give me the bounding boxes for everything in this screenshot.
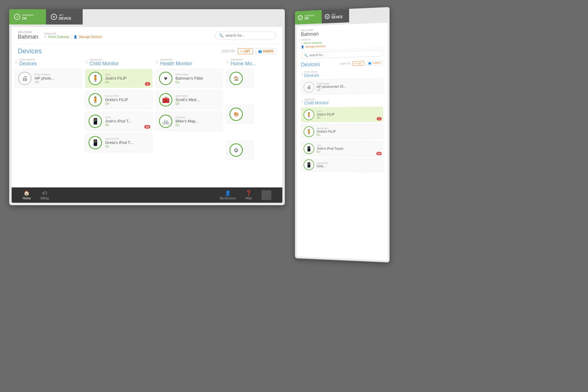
device-card-hp-printer[interactable]: 🖨 PURCHASED HP photo... Off › [15, 69, 82, 88]
columns-container: ⠿ PURCHASED Devices 🖨 PURCHASED HP photo… [12, 55, 282, 187]
device-card-joshs-filip[interactable]: 🧍 SON Josh's FiLIP On › 1 [85, 69, 153, 88]
phone-manage-devices-link[interactable]: Manage Devices [305, 45, 326, 48]
column-2-title: Child Monitor [90, 61, 119, 66]
list-icon: ≡ [240, 50, 242, 53]
phone-drag-icon-1: ⠿ [301, 73, 303, 76]
column-2-header: ⠿ MANAGED Child Monitor [85, 58, 153, 66]
phone-search-input[interactable] [309, 51, 380, 57]
username: Bahman [18, 34, 38, 40]
nav-my-account[interactable]: 👤 My Account [215, 190, 241, 200]
phone-gretas-filip-icon-wrap: 🧍 [303, 126, 314, 137]
drag-icon: ⠿ [15, 60, 17, 65]
phone-search-icon: 🔍 [304, 54, 308, 57]
tablet-view: ✓ GATEWAY OK + SET DEVICE WELCOME Bahman… [9, 9, 285, 205]
drag-icon-3: ⠿ [156, 60, 158, 65]
nav-home[interactable]: 🏠 Home [18, 190, 36, 200]
sort-list-button[interactable]: ≡ LIST [238, 48, 253, 54]
search-input[interactable] [225, 33, 272, 38]
column-4-title: Home Mo... [231, 61, 256, 66]
search-bar: 🔍 [215, 32, 276, 40]
phone-person-icon-2: 🧍 [306, 129, 312, 135]
phone-set-device-button[interactable]: + SET DEVICE [322, 9, 349, 24]
person-icon: 🧍 [92, 75, 99, 82]
set-device-label: SET DEVICE [59, 14, 71, 20]
manage-label: MANAGE [44, 32, 102, 35]
phone-gretas-ipod-icon-wrap: 📱 [303, 159, 314, 170]
phone-card-joshs-filip[interactable]: 🧍 SON Josh's FiLIP On › 1 [301, 107, 383, 123]
bottom-nav: 🏠 Home 🏷 Billing 👤 My Account ❓ Help [12, 187, 282, 203]
phone-icon-2: 📱 [92, 139, 99, 146]
phone-card-hp[interactable]: 🖨 PURCHASED HP photosmart 25... Off › [301, 78, 383, 95]
phone-card-gretas-filip[interactable]: 🧍 DAUGHTER Greta's FiLIP On › [301, 124, 383, 139]
avatar [262, 190, 271, 200]
phone-sort-list-btn[interactable]: ≡ LIST [352, 61, 364, 66]
phone-manage-section: MANAGE + Home Gateway 👤 Manage Devices [301, 36, 383, 48]
device-card-scotts-med[interactable]: 🧰 BROTHER Scott's Med... On › [156, 90, 223, 109]
device-card-gretas-filip[interactable]: 🧍 DAUGHTER Greta's FiLIP On › [85, 90, 153, 109]
home-icon-wrap: 🏠 [229, 72, 243, 85]
device-card-gretas-ipod[interactable]: 📱 DAUGHTER Greta's iPod T... On › [85, 133, 153, 152]
phone-section-purchased-title: Devices [304, 73, 319, 78]
power-icon: ⏻ [234, 148, 238, 153]
drag-icon-4: ⠿ [226, 60, 229, 65]
nav-account-label: My Account [220, 197, 236, 200]
set-device-button[interactable]: + SET DEVICE [46, 9, 83, 24]
manage-devices-link[interactable]: Manage Devices [79, 35, 102, 39]
phone-card-gretas-ipod[interactable]: 📱 DAUGHTER Gret... › [301, 158, 383, 172]
device-card-joshs-ipod[interactable]: 📱 SON Josh's iPod T... On › 15 [85, 112, 153, 131]
device-card-home-3[interactable]: ⏻ [226, 141, 254, 160]
phone-phone-icon-2: 📱 [306, 162, 312, 168]
help-nav-icon: ❓ [246, 190, 252, 196]
users-icon: 👥 [258, 50, 262, 53]
nav-home-label: Home [23, 197, 31, 200]
nav-billing[interactable]: 🏷 Billing [36, 190, 54, 200]
home-gateway-link[interactable]: Home Gateway [48, 35, 69, 39]
nav-help[interactable]: ❓ Help [240, 190, 257, 200]
phone-users-icon: 👥 [368, 62, 371, 64]
nav-billing-label: Billing [41, 197, 49, 200]
gateway-ok-button[interactable]: ✓ GATEWAY OK [9, 9, 46, 24]
phone-filip-icon-wrap: 🧍 [303, 109, 314, 120]
column-4-header: ⠿ MANAGED Home Mo... [226, 58, 257, 66]
phone-gateway-label: GATEWAY OK [304, 14, 315, 20]
phone-header: WELCOME Bahman MANAGE + Home Gateway 👤 M… [297, 23, 388, 51]
column-3-type: MANAGED [160, 58, 192, 61]
device-card-fitbit[interactable]: ♥ PERSONAL Bahman's Fitbit On › [156, 69, 223, 88]
sort-label: SORT BY [222, 50, 235, 53]
joshs-ipod-icon-wrap: 📱 [89, 115, 102, 128]
phone-badge-15: 15 [376, 152, 382, 155]
phone-home-gateway-link[interactable]: Home Gateway [303, 41, 322, 45]
column-health-monitor: ⠿ MANAGED Health Monitor ♥ PERSONAL [156, 58, 223, 184]
phone-sort-users-btn[interactable]: 👥 USERS [366, 60, 383, 66]
device-card-home-2[interactable]: 🎨 [226, 105, 254, 124]
tablet-header: WELCOME Bahman MANAGE + Home Gateway | 👤… [12, 27, 282, 44]
printer-icon: 🖨 [22, 75, 28, 82]
phone-section-purchased-header: ⠿ PURCHASED Devices [301, 69, 383, 78]
phone-plus-icon: + [325, 14, 330, 19]
paint-icon: 🎨 [234, 112, 239, 117]
phone-top-bar: ✓ GATEWAY OK + SET DEVICE [295, 7, 390, 24]
phone-printer-icon-wrap: 🖨 [303, 82, 314, 93]
nav-right-section: 👤 My Account ❓ Help [215, 190, 276, 200]
sort-users-button[interactable]: 👥 USERS [255, 48, 276, 54]
tablet-top-bar: ✓ GATEWAY OK + SET DEVICE [9, 9, 285, 24]
devices-header: Devices SORT BY ≡ LIST 👥 USERS [12, 44, 282, 55]
phone-section-purchased: ⠿ PURCHASED Devices 🖨 PURCHASED HP photo… [301, 69, 383, 95]
phone-card-joshs-ipod-touch[interactable]: 📱 SON Josh's iPod Touch On › 15 [301, 141, 383, 157]
mikes-map-icon-wrap: 🚲 [159, 115, 172, 128]
paint-icon-wrap: 🎨 [229, 107, 243, 121]
gretas-filip-icon-wrap: 🧍 [89, 93, 102, 107]
fitbit-icon-wrap: ♥ [159, 72, 172, 85]
phone-section-child-title: Child Monitor [304, 100, 329, 106]
device-card-home-1[interactable]: 🏠 [226, 69, 254, 88]
scotts-med-icon-wrap: 🧰 [159, 93, 172, 107]
phone-badge-1: 1 [377, 117, 382, 120]
phone-list-icon: ≡ [355, 62, 356, 65]
search-icon: 🔍 [219, 33, 224, 38]
phone-joshs-ipod-icon-wrap: 📱 [303, 143, 314, 154]
device-card-mikes-map[interactable]: 🚲 COUSIN Mike's Map... On › [156, 112, 223, 131]
column-1-header: ⠿ PURCHASED Devices [15, 58, 82, 66]
phone-gateway-ok-button[interactable]: ✓ GATEWAY OK [295, 10, 322, 24]
nav-avatar[interactable] [257, 190, 276, 200]
home-icon: 🏠 [234, 76, 239, 81]
